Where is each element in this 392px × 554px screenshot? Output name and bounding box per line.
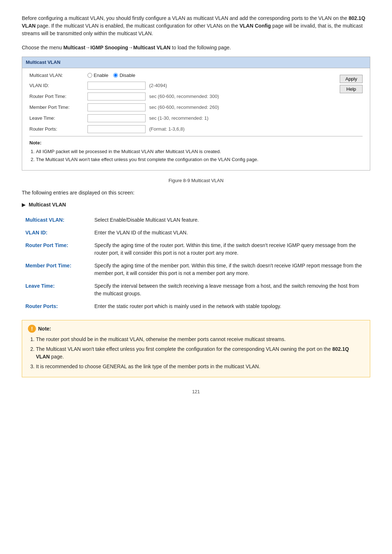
router-port-time-row: Router Port Time: sec (60-600, recommend… [29, 93, 363, 100]
section-arrow-icon: ▶ [22, 201, 26, 209]
inline-note-item-2: The Multicast VLAN won't take effect unl… [36, 156, 363, 163]
router-port-time-input[interactable] [87, 93, 146, 100]
inline-note-item-1: All IGMP packet will be processed in the… [36, 148, 363, 155]
figure-caption: Figure 8-9 Multicast VLAN [22, 177, 370, 184]
leave-time-hint: sec (1-30, recommended: 1) [149, 115, 208, 122]
disable-label-text: Disable [119, 72, 135, 79]
enable-radio[interactable] [87, 73, 92, 78]
warning-title: ! Note: [28, 325, 364, 333]
def-table-row: Multicast VLAN: Select Enable/Disable Mu… [22, 214, 370, 226]
config-box-title: Multicast VLAN [22, 57, 370, 68]
def-term: Router Port Time: [22, 239, 91, 259]
menu-path: Choose the menu Multicast→IGMP Snooping→… [22, 44, 370, 52]
entries-intro: The following entries are displayed on t… [22, 189, 370, 197]
multicast-vlan-label: Multicast VLAN: [29, 72, 87, 79]
router-ports-label: Router Ports: [29, 126, 87, 133]
def-table-row: Router Port Time: Specify the aging time… [22, 239, 370, 259]
enable-radio-label[interactable]: Enable [87, 72, 108, 79]
member-port-time-label: Member Port Time: [29, 104, 87, 111]
def-term: Member Port Time: [22, 259, 91, 280]
help-button[interactable]: Help [340, 85, 363, 93]
warning-list-item: The router port should be in the multica… [36, 336, 364, 343]
def-table-row: Router Ports: Enter the static router po… [22, 300, 370, 313]
inline-note-list: All IGMP packet will be processed in the… [29, 148, 363, 163]
vlan-id-input[interactable] [87, 82, 146, 90]
def-term: Leave Time: [22, 280, 91, 300]
vlan-id-hint: (2-4094) [149, 82, 167, 89]
def-desc: Specify the aging time of the member por… [91, 259, 370, 280]
multicast-vlan-config-box: Multicast VLAN Multicast VLAN: Enable Di… [22, 57, 370, 171]
warning-list-item: It is recommended to choose GENERAL as t… [36, 363, 364, 370]
router-port-time-hint: sec (60-600, recommended: 300) [149, 93, 219, 100]
warning-box: ! Note: The router port should be in the… [22, 320, 370, 377]
definition-table: Multicast VLAN: Select Enable/Disable Mu… [22, 214, 370, 313]
def-desc: Specify the interval between the switch … [91, 280, 370, 300]
inline-note-title: Note: [29, 139, 363, 147]
inline-note: Note: All IGMP packet will be processed … [29, 136, 363, 163]
def-term: Multicast VLAN: [22, 214, 91, 226]
action-buttons: Apply Help [340, 75, 363, 93]
section-title: Multicast VLAN [29, 201, 66, 209]
def-table-row: VLAN ID: Enter the VLAN ID of the multic… [22, 226, 370, 239]
router-ports-row: Router Ports: (Format: 1-3,6,8) [29, 125, 363, 133]
warning-icon: ! [28, 325, 36, 333]
router-ports-input[interactable] [87, 125, 146, 133]
warning-title-text: Note: [38, 325, 51, 333]
vlan-id-label: VLAN ID: [29, 82, 87, 89]
apply-button[interactable]: Apply [340, 75, 363, 83]
disable-radio-label[interactable]: Disable [113, 72, 135, 79]
def-desc: Select Enable/Disable Multicast VLAN fea… [91, 214, 370, 226]
enable-label-text: Enable [94, 72, 108, 79]
member-port-time-row: Member Port Time: sec (60-600, recommend… [29, 103, 363, 111]
leave-time-row: Leave Time: sec (1-30, recommended: 1) [29, 114, 363, 122]
member-port-time-hint: sec (60-600, recommended: 260) [149, 104, 219, 111]
disable-radio[interactable] [113, 73, 118, 78]
multicast-vlan-radio-group: Enable Disable [87, 72, 135, 79]
vlan-id-row: VLAN ID: (2-4094) [29, 82, 363, 90]
def-term: VLAN ID: [22, 226, 91, 239]
def-desc: Enter the static router port which is ma… [91, 300, 370, 313]
leave-time-label: Leave Time: [29, 115, 87, 122]
def-table-row: Leave Time: Specify the interval between… [22, 280, 370, 300]
intro-paragraph: Before configuring a multicast VLAN, you… [22, 15, 370, 37]
def-table-row: Member Port Time: Specify the aging time… [22, 259, 370, 280]
def-desc: Enter the VLAN ID of the multicast VLAN. [91, 226, 370, 239]
leave-time-input[interactable] [87, 114, 146, 122]
def-desc: Specify the aging time of the router por… [91, 239, 370, 259]
member-port-time-input[interactable] [87, 103, 146, 111]
section-header: ▶ Multicast VLAN [22, 201, 370, 209]
def-term: Router Ports: [22, 300, 91, 313]
router-ports-hint: (Format: 1-3,6,8) [149, 126, 185, 133]
config-body: Multicast VLAN: Enable Disable VLAN ID: … [22, 68, 370, 170]
router-port-time-label: Router Port Time: [29, 93, 87, 100]
warning-list-item: The Multicast VLAN won't take effect unl… [36, 345, 364, 361]
multicast-vlan-row: Multicast VLAN: Enable Disable [29, 72, 363, 79]
warning-list: The router port should be in the multica… [28, 336, 364, 370]
page-number: 121 [22, 388, 370, 395]
